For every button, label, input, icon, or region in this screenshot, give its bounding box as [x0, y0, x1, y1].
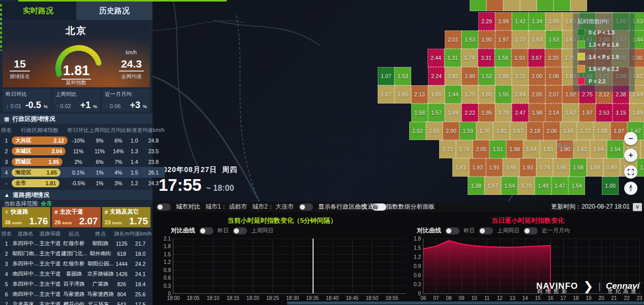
district-row[interactable]: - 全市1.81 -0.5%1%3% 1.224.3: [1, 178, 165, 188]
legend-item: 0 ≤ P < 1.3: [577, 28, 630, 36]
chevron-down-icon[interactable]: ∨: [633, 203, 642, 211]
scope-selector[interactable]: 当前选择范围: 全市: [4, 200, 52, 208]
heatmap-cell: 1.72: [512, 67, 529, 85]
tab-realtime-traffic[interactable]: 实时路况: [0, 2, 76, 20]
district-row[interactable]: 3 西城区1.95 2%6%7% 1.423.8: [1, 156, 165, 167]
left-decoration: [0, 4, 2, 51]
heatmap-cell: 2.44: [427, 49, 444, 67]
x-axis-tick: 18:20: [247, 295, 259, 301]
compare-toggle-label: 昨日: [218, 227, 229, 234]
city-compare-toggle[interactable]: [157, 204, 171, 211]
city-summary-card: 北京 1.81 延时指数 15 拥堵排名 km/h 2: [3, 21, 150, 87]
grid-icon: ▦: [4, 116, 9, 122]
tab-history-traffic[interactable]: 历史路况: [76, 2, 152, 20]
compare-toggle[interactable]: [445, 227, 459, 234]
x-axis-tick: 18:00: [167, 295, 179, 301]
heatmap-cell: 1.61: [452, 158, 469, 177]
left-chart-controls: 对比曲线 昨日上周同日: [171, 226, 273, 235]
compare-toggle[interactable]: [524, 227, 538, 234]
x-axis-tick: 22: [624, 295, 629, 301]
heatmap-cell: 1.98: [529, 104, 545, 122]
heatmap-cell: 1.31: [444, 49, 461, 67]
heatmap-cell: 1.59: [459, 122, 476, 140]
heatmap-cell: 2.53: [596, 104, 612, 122]
y-axis-tick: 1.2: [414, 254, 421, 260]
compare-toggle[interactable]: [233, 227, 247, 234]
district-row[interactable]: 1 大兴区2.12 -10%9%6% 1.024.8: [1, 135, 165, 146]
x-axis-tick: 18:40: [326, 295, 339, 301]
city2-value[interactable]: 城市2： 大连市: [252, 202, 294, 211]
heatmap-cell: 1.58: [570, 158, 587, 177]
current-time: 17:55: [159, 176, 201, 194]
road-row[interactable]: 7京承高速...主次干道樱花小街北三环东...54317.5: [1, 299, 151, 305]
road-row[interactable]: 6南四环中...主次干道马家堡路马家堡西路80425.6: [1, 289, 151, 299]
active-tab-accent: [18, 0, 227, 2]
y-axis-tick: 1.2: [164, 259, 171, 265]
traffic-dashboard: 实时路况 历史路况 北京 1.81 延时指数 15 拥堵排名: [0, 0, 644, 305]
heatmap-cell: 1.65: [394, 85, 411, 104]
heatmap-cell: 1.66: [503, 158, 519, 177]
heatmap-cell: 1.64: [590, 140, 607, 158]
zoom-in-button[interactable]: +: [624, 149, 637, 162]
heatmap-cell: 2.20: [545, 49, 562, 67]
district-section-header: ▦ 行政区拥堵情况: [0, 114, 152, 124]
fullscreen-button[interactable]: [624, 165, 637, 179]
heatmap-cell: 2.18: [527, 122, 543, 140]
bottom-scrollbar[interactable]: [287, 301, 644, 304]
heatmap-cell: 1.54: [501, 177, 518, 195]
compare-toggle-label: 近一月月均: [542, 227, 570, 234]
heatmap-cell: [486, 0, 503, 11]
show-district-curves-toggle[interactable]: [299, 204, 313, 211]
traffic-heatmap-map[interactable]: 2.291.991.421.341.651.631.571.641.551.53…: [152, 0, 644, 201]
show-district-curves-label: 显示各行政区曲线: [318, 202, 367, 211]
road-row[interactable]: 1东四环中...主次干道红领巾桥朝阳路112521.7: [1, 239, 151, 249]
heatmap-cell: 2.06: [543, 122, 560, 140]
network-speed: 24.3 全网均速: [119, 58, 144, 80]
y-axis-tick: 0.3: [414, 282, 421, 287]
heatmap-cell: 2.13: [411, 85, 428, 104]
heatmap-cell: 1.78: [495, 104, 512, 122]
congestion-gauge: 1.81 延时指数: [46, 37, 107, 85]
heatmap-cell: 3.31: [478, 49, 495, 67]
heatmap-cell: 2.06: [545, 67, 562, 85]
compare-toggle[interactable]: [199, 227, 213, 234]
heatmap-cell: 1.65: [560, 122, 577, 140]
district-label: 通州区: [557, 142, 576, 150]
legend-item: P > 2.2: [577, 77, 630, 85]
road-row[interactable]: 2朝阳门南...主次干道建国门北...朝外南街61818.0: [1, 249, 151, 259]
heatmap-cell: 1.95: [478, 104, 495, 122]
compass-button[interactable]: [624, 182, 637, 195]
heatmap-cell: [503, 0, 520, 11]
heatmap-cell: 1.49: [535, 177, 551, 195]
update-time: 更新时间：2020-08-27 18:01: [551, 202, 630, 211]
navinfo-logo: NAVINFO 四维图新: [536, 281, 578, 291]
heatmap-cell: 1.53: [394, 67, 411, 85]
toggle-on-pill[interactable]: [372, 204, 386, 211]
heatmap-cell: 2.07: [545, 85, 562, 104]
heatmap-cell: 1.67: [484, 177, 501, 195]
hash-icon: #: [105, 209, 108, 215]
city-name: 北京: [3, 24, 150, 38]
delay-index-value: 1.81: [46, 63, 107, 79]
heatmap-cell: [570, 0, 587, 11]
heatmap-cell: 1.47: [551, 177, 568, 195]
heatmap-cell: 1.71: [439, 140, 456, 158]
district-row[interactable]: 2 东城区2.04 11%11%14% 1.323.5: [1, 146, 165, 156]
compare-toggle[interactable]: [479, 227, 493, 234]
cennavi-logo: Cennaví 世纪高通: [606, 281, 639, 291]
city1-value[interactable]: 城市1： 成都市: [205, 202, 247, 211]
heatmap-cell: 1.59: [495, 49, 511, 67]
heatmap-cell: 1.55: [495, 85, 512, 104]
x-axis-tick: 18: [573, 295, 578, 301]
district-table: 排名行政区拥堵指数昨日环比上周同比月均比标准差均速km/h1 大兴区2.12 -…: [1, 126, 165, 188]
zoom-out-button[interactable]: −: [624, 132, 637, 145]
district-row[interactable]: 4 海淀区1.85 0.1%1%4% 1.526.1: [1, 167, 165, 178]
road-class-card[interactable]: #主次干道 26 km/h2.07: [52, 207, 100, 227]
legend-title: 延时指数(P):: [577, 18, 630, 25]
road-row[interactable]: 5东四环中...主次干道百子湾路广渠路82618.4: [1, 279, 151, 289]
road-class-card[interactable]: ⚡快速路 36 km/h1.76: [2, 207, 50, 227]
road-class-card[interactable]: #支路及其它 23 km/h1.75: [102, 207, 150, 227]
heatmap-cell: 1.97: [495, 30, 512, 49]
road-row[interactable]: 4南四环中...主次干道嘉园路京开路辅路142624.1: [1, 269, 151, 279]
road-row[interactable]: 3东四环中...主次干道红领巾桥朝阳公园...144424.2: [1, 259, 151, 269]
